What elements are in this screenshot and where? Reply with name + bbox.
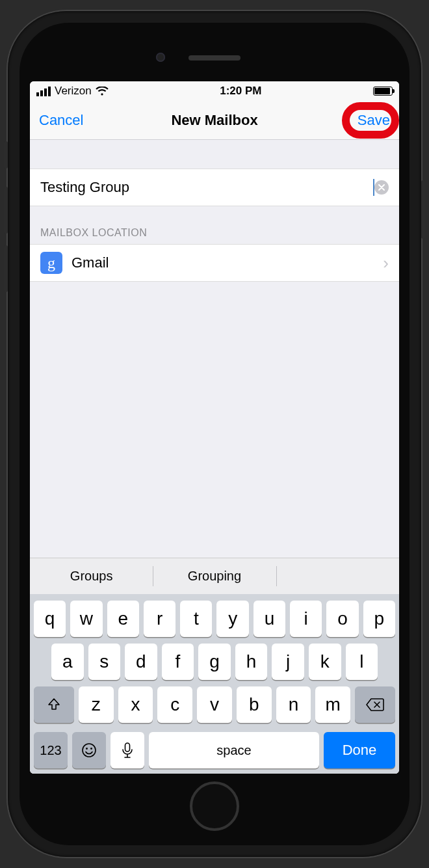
key-k[interactable]: k [309, 644, 341, 680]
key-j[interactable]: j [272, 644, 304, 680]
key-dictation[interactable] [110, 732, 144, 768]
nav-bar: Cancel New Mailbox Save [30, 101, 399, 140]
wifi-icon [96, 87, 109, 96]
key-z[interactable]: z [79, 686, 114, 723]
keyboard-suggestions: Groups Grouping [30, 558, 399, 594]
key-row-1: q w e r t y u i o p [30, 601, 399, 637]
save-button[interactable]: Save [358, 112, 390, 129]
content-area: MAILBOX LOCATION g Gmail › Groups Groupi… [30, 140, 399, 774]
home-button [190, 781, 239, 831]
svg-point-0 [83, 744, 96, 757]
mailbox-name-row[interactable] [30, 169, 399, 206]
chevron-right-icon: › [383, 253, 389, 273]
key-r[interactable]: r [144, 601, 176, 637]
key-v[interactable]: v [197, 686, 232, 723]
key-done[interactable]: Done [324, 732, 395, 768]
key-c[interactable]: c [157, 686, 192, 723]
key-n[interactable]: n [276, 686, 311, 723]
key-u[interactable]: u [254, 601, 285, 637]
key-h[interactable]: h [235, 644, 268, 680]
close-icon [378, 184, 385, 191]
key-numbers[interactable]: 123 [34, 732, 68, 768]
mailbox-location-label: Gmail [72, 254, 374, 271]
suggestion-1[interactable]: Groups [30, 558, 153, 594]
key-shift[interactable] [34, 686, 74, 723]
svg-rect-3 [125, 743, 130, 752]
shift-icon [46, 697, 62, 712]
power-button [421, 180, 425, 239]
key-row-2: a s d f g h j k l [30, 644, 399, 680]
svg-point-1 [86, 748, 88, 750]
carrier-label: Verizon [55, 85, 92, 98]
microphone-icon [121, 742, 134, 759]
suggestion-3[interactable] [276, 558, 399, 594]
battery-icon [373, 87, 393, 96]
status-bar: Verizon 1:20 PM [30, 81, 399, 101]
suggestion-2[interactable]: Grouping [153, 558, 276, 594]
key-y[interactable]: y [216, 601, 248, 637]
phone-speaker [188, 55, 240, 61]
keyboard: Groups Grouping q w e r t y u i o [30, 558, 399, 774]
gmail-icon: g [40, 252, 62, 274]
clear-text-button[interactable] [374, 180, 389, 195]
cancel-button[interactable]: Cancel [39, 112, 83, 129]
svg-point-2 [90, 748, 92, 750]
key-m[interactable]: m [315, 686, 350, 723]
key-x[interactable]: x [118, 686, 153, 723]
key-f[interactable]: f [162, 644, 194, 680]
status-time: 1:20 PM [220, 85, 261, 98]
key-w[interactable]: w [70, 601, 102, 637]
key-s[interactable]: s [88, 644, 121, 680]
key-b[interactable]: b [237, 686, 272, 723]
emoji-icon [81, 742, 98, 759]
mailbox-name-input[interactable] [40, 179, 376, 196]
screen: Verizon 1:20 PM Cancel New Mailbox Save [30, 81, 399, 774]
key-emoji[interactable] [72, 732, 106, 768]
key-q[interactable]: q [34, 601, 66, 637]
key-l[interactable]: l [346, 644, 378, 680]
mute-switch [4, 141, 8, 169]
page-title: New Mailbox [30, 112, 399, 129]
backspace-icon [365, 698, 385, 712]
key-g[interactable]: g [198, 644, 231, 680]
key-p[interactable]: p [363, 601, 395, 637]
phone-frame: Verizon 1:20 PM Cancel New Mailbox Save [8, 11, 421, 857]
key-a[interactable]: a [51, 644, 84, 680]
key-e[interactable]: e [107, 601, 139, 637]
key-i[interactable]: i [290, 601, 322, 637]
key-d[interactable]: d [125, 644, 157, 680]
mailbox-location-header: MAILBOX LOCATION [30, 206, 399, 244]
key-t[interactable]: t [180, 601, 212, 637]
signal-bars-icon [36, 87, 51, 96]
key-row-3: z x c v b n m [30, 686, 399, 723]
key-o[interactable]: o [326, 601, 358, 637]
mailbox-location-row[interactable]: g Gmail › [30, 244, 399, 282]
key-row-4: 123 space Done [30, 732, 399, 774]
volume-down-button [4, 245, 8, 292]
volume-up-button [4, 187, 8, 234]
phone-front-camera [156, 53, 165, 62]
key-backspace[interactable] [355, 686, 395, 723]
key-space[interactable]: space [149, 732, 319, 768]
